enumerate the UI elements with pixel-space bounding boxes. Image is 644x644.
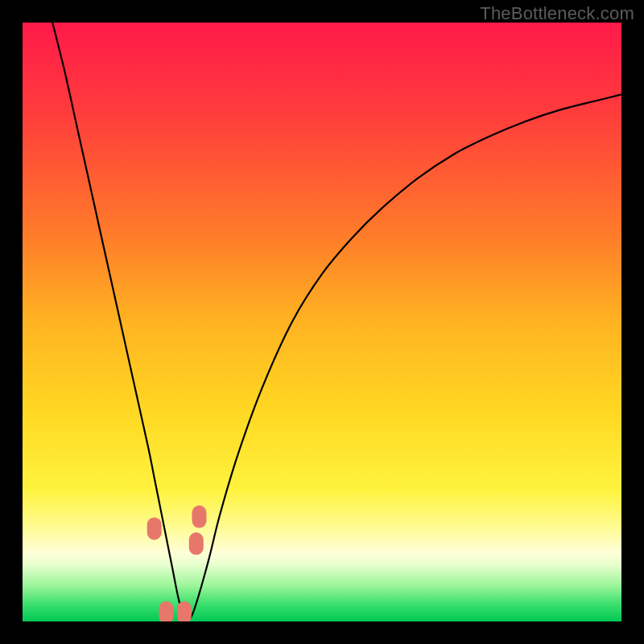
watermark-text: TheBottleneck.com	[480, 3, 634, 24]
gradient-background	[23, 23, 621, 621]
marker-4	[189, 532, 204, 555]
chart-plot	[23, 23, 621, 621]
marker-3	[177, 601, 192, 621]
marker-2	[159, 601, 174, 621]
marker-5	[192, 506, 206, 528]
chart-frame	[23, 23, 621, 621]
marker-1	[147, 518, 162, 540]
